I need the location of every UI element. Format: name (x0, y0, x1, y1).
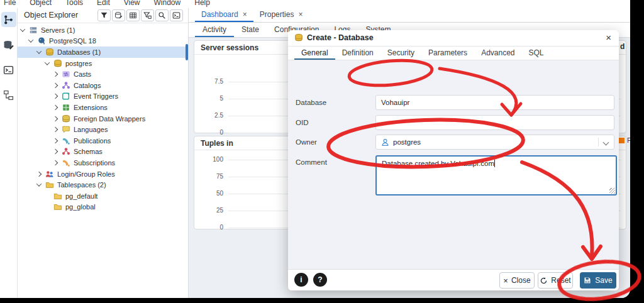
subscription-icon (62, 158, 70, 167)
dialog-tabs: GeneralDefinitionSecurityParametersAdvan… (288, 47, 619, 60)
menu-item-view[interactable]: View (124, 0, 140, 7)
expander-closed-icon[interactable] (53, 138, 58, 143)
expander-closed-icon[interactable] (53, 72, 58, 77)
row-filter-icon (143, 11, 152, 19)
comment-textarea[interactable]: Database created by Vohauipr.com (375, 155, 617, 196)
menu-item-file[interactable]: File (4, 0, 16, 7)
tab-properties[interactable]: Properties× (253, 8, 309, 22)
tree-item-schemas[interactable]: Schemas (18, 146, 188, 158)
expander-closed-icon[interactable] (53, 127, 58, 132)
dialog-tab-security[interactable]: Security (380, 47, 421, 60)
menu-item-tools[interactable]: Tools (65, 0, 83, 7)
view-data-button[interactable] (126, 9, 140, 21)
dialog-tab-definition[interactable]: Definition (335, 47, 380, 60)
object-explorer-icon[interactable] (1, 12, 16, 27)
erd-icon[interactable] (1, 87, 16, 102)
catalogs-icon (62, 81, 70, 90)
expander-open-icon[interactable] (28, 38, 33, 43)
expander-open-icon[interactable] (36, 48, 42, 53)
expander-open-icon[interactable] (36, 181, 42, 186)
menu-item-help[interactable]: Help (194, 0, 210, 7)
tree-item-casts[interactable]: Casts (18, 69, 188, 80)
tablespace-icon (45, 180, 54, 189)
tree-item-catalogs[interactable]: Catalogs (18, 80, 188, 91)
view-data-icon (129, 11, 137, 19)
menu-item-object[interactable]: Object (30, 0, 52, 7)
select-divider (598, 138, 599, 146)
object-explorer-header: Object Explorer (18, 8, 188, 23)
resize-handle-icon[interactable] (609, 188, 615, 194)
expander-closed-icon[interactable] (53, 94, 58, 99)
search-button[interactable] (155, 9, 169, 21)
query-tool-icon[interactable] (1, 37, 16, 52)
tree-item-event-triggers[interactable]: Event Triggers (18, 91, 188, 102)
user-icon (381, 138, 389, 146)
close-icon: × (503, 276, 508, 285)
row-filter-button[interactable] (141, 9, 154, 21)
dialog-close-icon[interactable]: × (606, 32, 611, 43)
tree-item-pg-default[interactable]: pg_default (18, 190, 188, 202)
axis-tick-label: 7.5 (198, 78, 223, 85)
oid-field[interactable] (375, 115, 614, 130)
tab-close-icon[interactable]: × (298, 10, 303, 19)
server-icon (29, 26, 38, 35)
tree-item-extensions[interactable]: Extensions (18, 102, 188, 113)
expander-open-icon[interactable] (20, 26, 25, 31)
language-icon (62, 125, 70, 134)
tree-item-servers-1-[interactable]: Servers (1) (18, 25, 188, 36)
expander-open-icon[interactable] (45, 60, 50, 65)
subtab-activity[interactable]: Activity (195, 23, 234, 37)
info-button[interactable]: i (294, 273, 308, 287)
expander-closed-icon[interactable] (53, 83, 58, 88)
tab-dashboard[interactable]: Dashboard× (195, 8, 253, 22)
comment-value: Database created by Vohauipr.com (382, 160, 494, 167)
close-button[interactable]: × Close (499, 272, 535, 289)
dialog-tab-advanced[interactable]: Advanced (474, 47, 521, 60)
axis-tick-label: 2.5 (198, 112, 223, 119)
close-button-label: Close (511, 276, 531, 285)
expander-closed-icon[interactable] (53, 105, 58, 110)
tree-item-label: Languages (74, 126, 108, 133)
legend-label: F (627, 136, 630, 144)
expander-closed-icon[interactable] (53, 149, 58, 154)
filter-button[interactable] (97, 9, 111, 21)
chevron-down-icon[interactable] (603, 140, 609, 146)
dialog-tab-sql[interactable]: SQL (522, 47, 551, 60)
dialog-tab-general[interactable]: General (294, 47, 335, 60)
tree-item-label: Databases (1) (57, 48, 101, 56)
psql-button[interactable] (170, 9, 183, 21)
tree-item-databases-1-[interactable]: Databases (1) (18, 47, 188, 58)
tree-item-publications[interactable]: Publications (18, 135, 188, 146)
menu-item-window[interactable]: Window (154, 0, 181, 7)
tree-item-postgres[interactable]: postgres (18, 58, 188, 69)
dialog-tab-parameters[interactable]: Parameters (421, 47, 474, 60)
axis-tick-label: 75 (198, 173, 223, 180)
tab-label: Dashboard (201, 10, 238, 19)
owner-select[interactable]: postgres (375, 135, 614, 150)
axis-tick-label: 5 (198, 95, 223, 102)
tree-item-pg-global[interactable]: pg_global (18, 202, 188, 213)
expander-closed-icon[interactable] (53, 116, 58, 121)
reset-button[interactable]: Reset (538, 272, 573, 289)
tree-item-login-group-roles[interactable]: Login/Group Roles (18, 168, 188, 180)
expander-closed-icon[interactable] (53, 160, 58, 165)
save-button-label: Save (595, 276, 612, 285)
help-button[interactable]: ? (313, 273, 327, 287)
tab-close-icon[interactable]: × (243, 10, 247, 19)
tree-item-subscriptions[interactable]: Subscriptions (18, 157, 188, 168)
save-button[interactable]: Save (580, 272, 616, 289)
tree-item-languages[interactable]: Languages (18, 124, 188, 135)
database-field[interactable]: Vohauipr (375, 95, 614, 110)
event-trigger-icon (62, 92, 70, 101)
postgres-icon (37, 36, 46, 45)
query-db-button[interactable] (112, 9, 125, 21)
no-expander (45, 194, 49, 198)
tree-item-tablespaces-2-[interactable]: Tablespaces (2) (18, 179, 188, 190)
subtab-state[interactable]: State (234, 23, 267, 37)
tree-item-postgresql-18[interactable]: PostgreSQL 18 (18, 36, 188, 47)
menu-item-edit[interactable]: Edit (97, 0, 110, 7)
psql-terminal-icon[interactable] (1, 62, 16, 77)
tree-item-foreign-data-wrappers[interactable]: Foreign Data Wrappers (18, 113, 188, 124)
tree-item-label: Schemas (74, 148, 103, 155)
expander-closed-icon[interactable] (36, 171, 42, 176)
